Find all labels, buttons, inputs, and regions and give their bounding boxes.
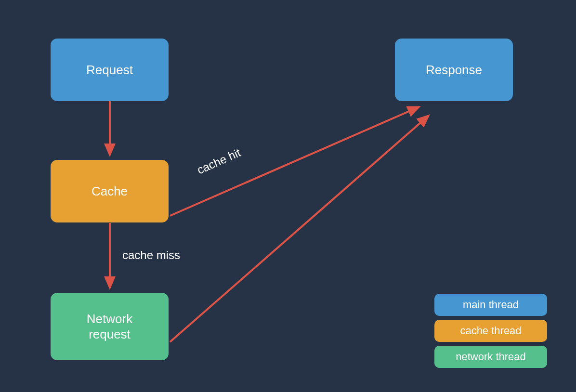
legend-item-label: network thread	[456, 351, 526, 363]
legend-item-label: cache thread	[460, 325, 521, 337]
diagram-canvas: Request Cache Network request Response c…	[0, 0, 576, 392]
legend-item-label: main thread	[463, 299, 519, 311]
node-cache-label: Cache	[92, 183, 128, 199]
legend-item-main-thread: main thread	[434, 294, 547, 316]
legend-item-cache-thread: cache thread	[434, 320, 547, 342]
legend: main thread cache thread network thread	[434, 294, 547, 368]
node-network: Network request	[51, 293, 169, 360]
edge-label-cache-hit: cache hit	[195, 146, 243, 177]
node-network-label: Network request	[87, 311, 132, 342]
legend-item-network-thread: network thread	[434, 346, 547, 368]
node-request: Request	[51, 39, 169, 101]
node-cache: Cache	[51, 160, 169, 222]
node-response-label: Response	[426, 62, 482, 78]
arrow-network-to-response	[170, 116, 429, 342]
node-request-label: Request	[86, 62, 133, 78]
node-response: Response	[395, 39, 513, 101]
edge-label-cache-miss: cache miss	[122, 248, 180, 262]
